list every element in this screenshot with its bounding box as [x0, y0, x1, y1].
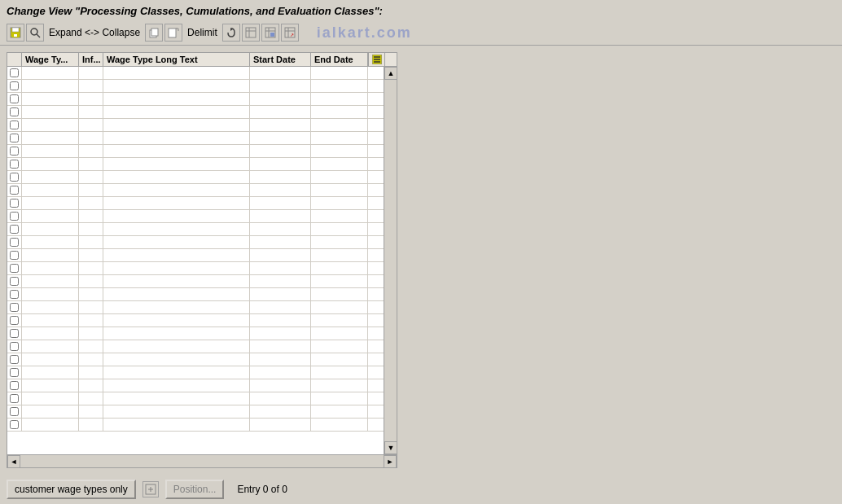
table-row[interactable] — [7, 262, 384, 275]
cell-start-date — [250, 288, 311, 300]
table-row[interactable] — [7, 366, 384, 379]
save-icon[interactable] — [7, 24, 24, 42]
copy-icon[interactable] — [145, 24, 163, 42]
table-row[interactable] — [7, 314, 384, 327]
table-row[interactable] — [7, 223, 384, 236]
cell-long-text — [103, 184, 250, 196]
row-checkbox[interactable] — [10, 381, 19, 390]
row-checkbox[interactable] — [10, 225, 19, 234]
row-checkbox[interactable] — [10, 173, 19, 182]
row-checkbox[interactable] — [10, 264, 19, 273]
row-checkbox[interactable] — [10, 251, 19, 260]
scroll-track[interactable] — [384, 80, 397, 441]
scroll-down-button[interactable]: ▼ — [384, 441, 397, 454]
row-checkbox[interactable] — [10, 94, 19, 103]
row-checkbox[interactable] — [10, 68, 19, 77]
cell-end-date — [311, 80, 368, 92]
scroll-left-button[interactable]: ◄ — [7, 455, 20, 468]
cell-long-text — [103, 353, 250, 366]
table-row[interactable] — [7, 210, 384, 223]
row-checkbox[interactable] — [10, 316, 19, 325]
cell-long-text — [103, 210, 250, 222]
row-checkbox[interactable] — [10, 134, 19, 142]
table-row[interactable] — [7, 236, 384, 249]
table-row[interactable] — [7, 80, 384, 93]
table-row[interactable] — [7, 171, 384, 184]
svg-rect-1 — [12, 28, 19, 32]
table-row[interactable] — [7, 392, 384, 405]
row-checkbox[interactable] — [10, 407, 19, 416]
cell-inf — [79, 132, 103, 144]
cell-long-text — [103, 327, 250, 340]
delimit-button[interactable]: Delimit — [184, 24, 221, 42]
cell-start-date — [250, 301, 311, 313]
row-checkbox[interactable] — [10, 81, 19, 90]
position-button[interactable]: Position... — [165, 480, 225, 499]
vertical-scrollbar[interactable]: ▲ ▼ — [384, 67, 397, 454]
table-settings-icon-2[interactable] — [261, 24, 279, 42]
table-settings-icon-1[interactable] — [242, 24, 260, 42]
row-checkbox[interactable] — [10, 342, 19, 351]
create-icon[interactable] — [164, 24, 182, 42]
row-checkbox[interactable] — [10, 303, 19, 312]
row-checkbox[interactable] — [10, 329, 19, 338]
row-checkbox[interactable] — [10, 199, 19, 208]
table-row[interactable] — [7, 288, 384, 301]
scroll-right-button[interactable]: ► — [384, 455, 397, 468]
horizontal-scrollbar[interactable]: ◄ ► — [7, 454, 397, 467]
table-row[interactable] — [7, 158, 384, 171]
table-row[interactable] — [7, 184, 384, 197]
table-row[interactable] — [7, 93, 384, 106]
table-row[interactable] — [7, 419, 384, 432]
scroll-up-button[interactable]: ▲ — [384, 67, 397, 80]
cell-start-date — [250, 419, 311, 431]
table-row[interactable] — [7, 145, 384, 158]
row-checkbox[interactable] — [10, 368, 19, 377]
table-row[interactable] — [7, 119, 384, 132]
find-icon[interactable] — [26, 24, 44, 42]
table-row[interactable] — [7, 275, 384, 288]
table-row[interactable] — [7, 67, 384, 80]
cell-end-date — [311, 353, 368, 366]
customer-wage-types-button[interactable]: customer wage types only — [7, 480, 136, 499]
cell-long-text — [103, 288, 250, 300]
table-row[interactable] — [7, 405, 384, 419]
data-table: Wage Ty... Inf... Wage Type Long Text St… — [7, 52, 397, 468]
h-scroll-track[interactable] — [20, 455, 384, 467]
table-row[interactable] — [7, 301, 384, 314]
table-row[interactable] — [7, 340, 384, 353]
cell-start-date — [250, 275, 311, 287]
table-row[interactable] — [7, 353, 384, 366]
cell-long-text — [103, 171, 250, 183]
table-row[interactable] — [7, 249, 384, 262]
position-icon[interactable] — [143, 481, 159, 497]
cell-inf — [79, 392, 103, 405]
table-row[interactable] — [7, 327, 384, 340]
row-checkbox[interactable] — [10, 212, 19, 221]
expand-collapse-button[interactable]: Expand <-> Collapse — [46, 24, 143, 42]
row-checkbox[interactable] — [10, 147, 19, 156]
table-row[interactable] — [7, 379, 384, 392]
table-row[interactable] — [7, 197, 384, 210]
table-settings-icon-3[interactable]: ↗ — [281, 24, 299, 42]
refresh-icon[interactable] — [222, 24, 240, 42]
column-settings-icon[interactable] — [368, 53, 384, 66]
cell-long-text — [103, 419, 250, 431]
cell-long-text — [103, 249, 250, 261]
table-row[interactable] — [7, 106, 384, 119]
cell-wage-type — [22, 301, 79, 313]
cell-start-date — [250, 197, 311, 209]
row-checkbox[interactable] — [10, 420, 19, 429]
cell-end-date — [311, 340, 368, 353]
row-checkbox[interactable] — [10, 238, 19, 247]
row-checkbox[interactable] — [10, 121, 19, 129]
row-checkbox[interactable] — [10, 277, 19, 286]
row-checkbox[interactable] — [10, 107, 19, 116]
row-checkbox[interactable] — [10, 160, 19, 169]
cell-wage-type — [22, 249, 79, 261]
row-checkbox[interactable] — [10, 186, 19, 195]
table-row[interactable] — [7, 132, 384, 145]
row-checkbox[interactable] — [10, 290, 19, 299]
row-checkbox[interactable] — [10, 355, 19, 364]
row-checkbox[interactable] — [10, 394, 19, 403]
